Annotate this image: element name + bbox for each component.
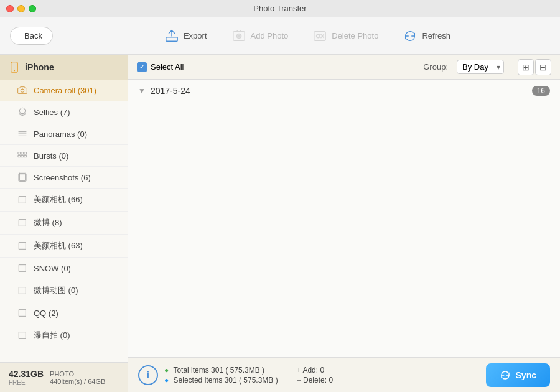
group-label: Group:	[423, 62, 448, 72]
screenshots-icon	[17, 172, 27, 182]
add-plus: +	[297, 366, 303, 375]
sidebar-item-label: SNOW (0)	[34, 264, 71, 273]
meipai1-icon	[17, 195, 27, 205]
group-select[interactable]: By Day	[457, 60, 504, 74]
collapse-chevron[interactable]: ▼	[138, 86, 146, 95]
sync-label: Sync	[516, 370, 536, 380]
weibo-icon	[17, 218, 27, 228]
dot-blue: ●	[164, 376, 169, 385]
select-all-checkbox[interactable]: ✓	[137, 62, 147, 72]
paozishe-icon	[17, 330, 27, 340]
add-photo-action[interactable]: Add Photo	[232, 29, 289, 43]
sidebar-item-qq[interactable]: QQ (2)	[0, 302, 128, 324]
view-toggle: ⊞ ⊟	[518, 59, 551, 75]
window-title: Photo Transfer	[253, 4, 306, 13]
add-label: Add:	[302, 366, 318, 375]
info-icon: i	[138, 365, 158, 385]
sync-button[interactable]: Sync	[486, 363, 550, 387]
svg-point-6	[14, 70, 15, 71]
selfies-icon	[17, 107, 27, 117]
main-area: iPhone Camera roll (301) Selfies (7) Pan…	[0, 55, 560, 392]
delete-info: − Delete: 0	[297, 376, 333, 385]
delete-photo-label: Delete Photo	[332, 31, 378, 40]
delete-minus: −	[297, 376, 303, 385]
dot-green: ●	[164, 366, 169, 375]
sidebar-item-meipai2[interactable]: 美颜相机 (63)	[0, 235, 128, 258]
date-section: ▼ 2017-5-24 16	[138, 86, 550, 96]
sidebar-item-snow[interactable]: SNOW (0)	[0, 258, 128, 279]
sidebar-item-label: Bursts (0)	[34, 151, 68, 161]
sidebar-footer: 42.31GB FREE PHOTO 440item(s) / 64GB	[0, 362, 128, 392]
sidebar-item-selfies[interactable]: Selfies (7)	[0, 101, 128, 123]
sidebar: iPhone Camera roll (301) Selfies (7) Pan…	[0, 55, 128, 392]
sidebar-item-camera-roll[interactable]: Camera roll (301)	[0, 80, 128, 101]
sidebar-item-label: 微博动图 (0)	[34, 285, 78, 296]
titlebar: Photo Transfer	[0, 0, 560, 17]
minimize-button[interactable]	[17, 5, 25, 12]
camera-roll-icon	[17, 85, 27, 95]
sidebar-item-label: 瀑自拍 (0)	[34, 330, 70, 341]
sidebar-item-bursts[interactable]: Bursts (0)	[0, 145, 128, 167]
maximize-button[interactable]	[29, 5, 36, 12]
date-count: 16	[532, 86, 550, 96]
panoramas-icon	[17, 129, 27, 139]
svg-point-4	[317, 34, 320, 38]
sidebar-item-paozishe[interactable]: 瀑自拍 (0)	[0, 324, 128, 347]
sidebar-item-label: 微博 (8)	[34, 217, 62, 228]
qq-icon	[17, 308, 27, 318]
select-all-control[interactable]: ✓ Select All	[137, 62, 184, 72]
stats-info: ● Total items 301 ( 575.3MB ) ● Selected…	[164, 366, 278, 385]
back-label: Back	[24, 31, 42, 40]
sidebar-item-label: Selfies (7)	[34, 108, 70, 117]
window-controls	[6, 5, 36, 12]
sidebar-item-meipai1[interactable]: 美颜相机 (66)	[0, 189, 128, 212]
close-button[interactable]	[6, 5, 14, 12]
add-photo-icon	[232, 29, 246, 43]
add-info: + Add: 0	[297, 366, 333, 375]
refresh-label: Refresh	[422, 31, 450, 40]
refresh-action[interactable]: Refresh	[403, 29, 450, 43]
export-label: Export	[184, 31, 207, 40]
weibogt-icon	[17, 286, 27, 296]
sidebar-item-label: QQ (2)	[34, 309, 58, 318]
sidebar-item-label: Panoramas (0)	[34, 129, 87, 139]
refresh-icon	[403, 29, 417, 43]
sidebar-item-weibo[interactable]: 微博 (8)	[0, 212, 128, 235]
date-label: 2017-5-24	[151, 86, 190, 96]
sidebar-item-panoramas[interactable]: Panoramas (0)	[0, 123, 128, 145]
bursts-icon	[17, 151, 27, 161]
total-label: Total items 301 ( 575.3MB )	[173, 366, 264, 375]
export-action[interactable]: Export	[165, 29, 207, 43]
sidebar-item-weibogt[interactable]: 微博动图 (0)	[0, 279, 128, 302]
storage-items: 440item(s) / 64GB	[50, 378, 105, 385]
device-label: iPhone	[25, 62, 54, 72]
sidebar-item-label: Screenshots (6)	[34, 173, 91, 182]
storage-free: FREE	[9, 379, 44, 386]
snow-icon	[17, 263, 27, 273]
sidebar-item-label: 美颜相机 (63)	[34, 240, 83, 251]
storage-detail: PHOTO 440item(s) / 64GB	[50, 370, 105, 385]
add-value: 0	[320, 366, 324, 375]
total-items: ● Total items 301 ( 575.3MB )	[164, 366, 278, 375]
selected-label: Selected items 301 ( 575.3MB )	[174, 376, 278, 385]
list-view-button[interactable]: ⊟	[535, 59, 551, 75]
back-button[interactable]: Back	[10, 27, 53, 45]
sidebar-item-label: Camera roll (301)	[34, 86, 96, 95]
grid-view-button[interactable]: ⊞	[518, 59, 534, 75]
iphone-icon	[9, 62, 20, 73]
storage-info: 42.31GB FREE	[9, 369, 44, 386]
delete-photo-icon	[313, 29, 327, 43]
toolbar-actions: Export Add Photo Delete Photo	[65, 29, 550, 43]
add-delete-info: + Add: 0 − Delete: 0	[297, 366, 333, 385]
export-icon	[165, 29, 179, 43]
sidebar-item-screenshots[interactable]: Screenshots (6)	[0, 167, 128, 189]
bottom-bar: i ● Total items 301 ( 575.3MB ) ● Select…	[128, 357, 560, 392]
storage-gb: 42.31GB	[9, 369, 44, 379]
selected-items: ● Selected items 301 ( 575.3MB )	[164, 376, 278, 385]
delete-label: Delete:	[303, 376, 327, 385]
delete-value: 0	[329, 376, 333, 385]
meipai2-icon	[17, 241, 27, 251]
delete-photo-action[interactable]: Delete Photo	[313, 29, 378, 43]
content-toolbar: ✓ Select All Group: By Day ⊞ ⊟	[128, 55, 560, 80]
group-wrapper: By Day	[457, 60, 504, 74]
